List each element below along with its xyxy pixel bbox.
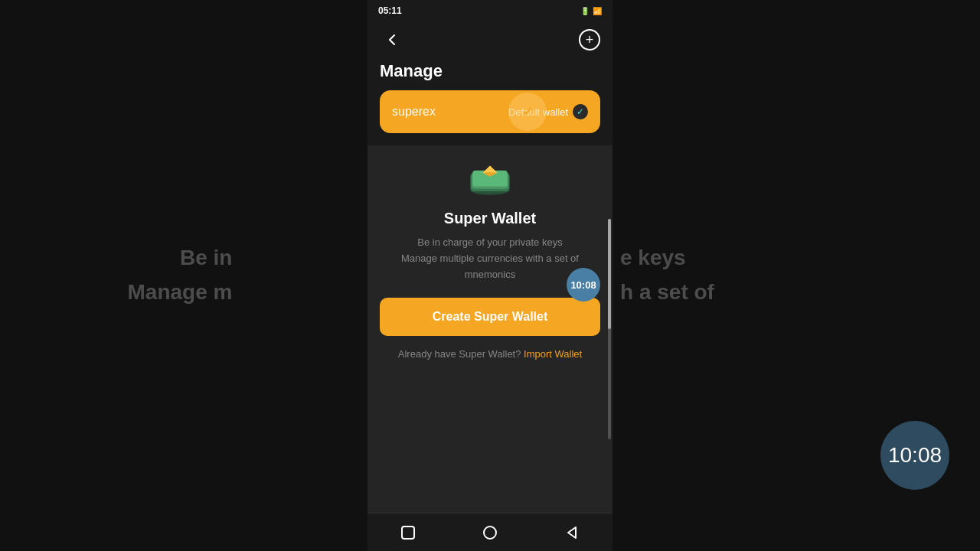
scrollbar[interactable] [608,219,611,439]
content-area: Super Wallet Be in charge of your privat… [368,145,612,513]
scrollbar-thumb [608,219,611,329]
timer-badge: 10:08 [567,268,600,302]
description-text: Be in charge of your private keys Manage… [401,235,579,282]
svg-rect-6 [402,527,414,539]
import-prefix: Already have Super Wallet? [398,348,521,360]
wallet-decoration [508,93,547,131]
top-bar: + [368,21,612,58]
wallet-svg-icon [466,161,514,197]
right-blurred-text: e keys h a set of [612,241,714,310]
outer-container: Be in Manage m 05:11 🔋 📶 + Manage [0,0,980,551]
wallet-icon-container [466,161,514,201]
nav-back-button[interactable] [557,517,587,548]
phone-panel: 05:11 🔋 📶 + Manage superex Default walle… [368,0,612,551]
signal-icon: 📶 [593,7,602,15]
svg-point-7 [484,527,496,539]
page-title: Manage [368,58,612,90]
status-icons: 🔋 📶 [580,7,602,15]
bottom-nav [368,513,612,551]
import-text: Already have Super Wallet? Import Wallet [398,348,582,360]
nav-circle-button[interactable] [475,517,505,548]
status-time: 05:11 [378,5,402,16]
svg-marker-8 [568,527,576,538]
wallet-name: superex [392,105,436,119]
side-panel-left: Be in Manage m [0,0,368,551]
checkmark-icon: ✓ [573,104,588,119]
right-timer: 10:08 [880,421,949,490]
nav-square-button[interactable] [393,517,423,548]
import-wallet-link[interactable]: Import Wallet [524,348,582,360]
status-bar: 05:11 🔋 📶 [368,0,612,21]
left-blurred-text: Be in Manage m [128,241,240,310]
create-super-wallet-button[interactable]: Create Super Wallet [380,298,600,336]
battery-icon: 🔋 [580,7,590,15]
super-wallet-title: Super Wallet [444,210,536,227]
back-button[interactable] [380,28,404,52]
add-button[interactable]: + [579,29,600,51]
wallet-card[interactable]: superex Default wallet ✓ [380,90,600,133]
side-panel-right: e keys h a set of 10:08 [612,0,980,551]
